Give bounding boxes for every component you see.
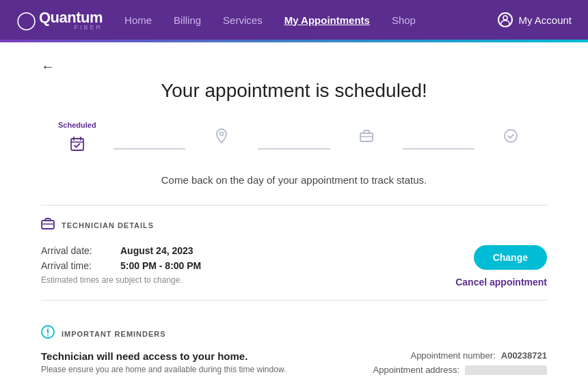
technician-actions: Change Cancel appointment: [455, 245, 547, 288]
nav-services[interactable]: Services: [223, 14, 263, 26]
appointment-address-row: Appointment address:: [373, 365, 547, 375]
section-title-technician: TECHNICIAN DETAILS: [62, 221, 154, 229]
change-button[interactable]: Change: [474, 245, 547, 270]
subtitle: Come back on the day of your appointment…: [41, 174, 547, 186]
briefcase-icon: [41, 218, 55, 233]
reminder-content: Technician will need access to your home…: [41, 350, 547, 377]
progress-step-complete: [475, 121, 547, 147]
arrival-date-row: Arrival date: August 24, 2023: [41, 245, 455, 256]
estimated-note: Estimated times are subject to change.: [41, 275, 455, 285]
nav-billing[interactable]: Billing: [174, 14, 201, 26]
page-title: Your appointment is scheduled!: [41, 80, 547, 102]
step-complete-icon: [500, 125, 522, 147]
technician-section: TECHNICIAN DETAILS Arrival date: August …: [41, 218, 547, 288]
navbar: ◯ Quantum FIBER Home Billing Services My…: [0, 0, 588, 40]
connector-1: [113, 148, 186, 150]
svg-rect-1: [71, 139, 83, 150]
reminder-section: IMPORTANT REMINDERS Technician will need…: [41, 325, 547, 377]
svg-rect-3: [360, 133, 373, 141]
logo: ◯ Quantum FIBER: [16, 9, 103, 31]
back-button[interactable]: ←: [41, 59, 55, 74]
svg-rect-5: [42, 221, 54, 229]
account-label: My Account: [518, 14, 572, 26]
reminder-left: Technician will need access to your home…: [41, 350, 286, 374]
arrival-time-label: Arrival time:: [41, 260, 109, 271]
step-location-icon: [211, 125, 232, 147]
nav-account[interactable]: My Account: [498, 12, 572, 27]
nav-my-appointments[interactable]: My Appointments: [284, 14, 370, 26]
svg-point-2: [220, 132, 224, 136]
connector-2: [258, 148, 330, 150]
progress-step-briefcase: [330, 121, 403, 147]
arrival-time-row: Arrival time: 5:00 PM - 8:00 PM: [41, 260, 455, 271]
reminder-heading: Technician will need access to your home…: [41, 350, 286, 362]
technician-details-block: Arrival date: August 24, 2023 Arrival ti…: [41, 245, 547, 288]
appointment-number-label: Appointment number:: [410, 350, 495, 361]
cancel-appointment-link[interactable]: Cancel appointment: [455, 277, 547, 288]
account-person-icon: [500, 14, 511, 25]
reminder-description: Please ensure you are home and available…: [41, 365, 286, 374]
divider-2: [41, 300, 547, 301]
arrival-date-label: Arrival date:: [41, 245, 109, 256]
arrival-date-value: August 24, 2023: [120, 245, 193, 256]
progress-tracker: Scheduled: [41, 121, 547, 155]
reminder-icon: [41, 325, 55, 342]
nav-home[interactable]: Home: [124, 14, 152, 26]
step-scheduled-label: Scheduled: [58, 121, 96, 129]
main-content: ← Your appointment is scheduled! Schedul…: [0, 42, 588, 377]
appointment-number-row: Appointment number: A00238721: [373, 350, 547, 361]
nav-shop[interactable]: Shop: [392, 14, 416, 26]
nav-links: Home Billing Services My Appointments Sh…: [124, 14, 498, 26]
section-header-technician: TECHNICIAN DETAILS: [41, 218, 547, 233]
section-title-reminders: IMPORTANT REMINDERS: [62, 330, 166, 338]
progress-step-scheduled: Scheduled: [41, 121, 113, 155]
divider-1: [41, 205, 547, 206]
reminder-header: IMPORTANT REMINDERS: [41, 325, 547, 342]
logo-symbol: ◯: [16, 10, 36, 31]
appointment-address-label: Appointment address:: [373, 365, 459, 375]
progress-step-location: [185, 121, 258, 147]
account-icon: [498, 12, 513, 27]
step-briefcase-icon: [356, 125, 377, 147]
connector-3: [403, 148, 475, 150]
appointment-number-value: A00238721: [501, 350, 547, 361]
technician-details-left: Arrival date: August 24, 2023 Arrival ti…: [41, 245, 455, 285]
svg-point-4: [505, 130, 517, 142]
svg-point-0: [503, 16, 507, 20]
svg-point-7: [47, 335, 49, 336]
arrival-time-value: 5:00 PM - 8:00 PM: [120, 260, 201, 271]
reminder-right: Appointment number: A00238721 Appointmen…: [373, 350, 547, 377]
step-scheduled-icon: [66, 133, 88, 155]
appointment-address-placeholder: [465, 365, 547, 375]
